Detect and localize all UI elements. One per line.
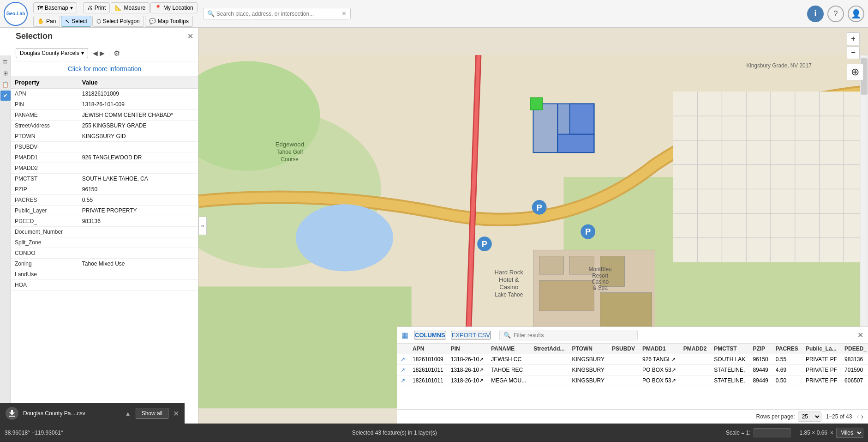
layer-dropdown[interactable]: Douglas County Parcels ▾ xyxy=(16,48,88,58)
basemap-button[interactable]: 🗺 Basemap ▾ xyxy=(33,2,77,13)
separator-1 xyxy=(80,1,80,15)
show-all-button[interactable]: Show all xyxy=(136,408,168,419)
filter-input[interactable] xyxy=(514,332,634,339)
sidebar-icon-strip: ☰ ⊞ 📋 ✔ xyxy=(0,55,11,442)
download-close-button[interactable]: ✕ xyxy=(173,409,179,418)
tooltip-icon: 💬 xyxy=(149,18,156,24)
results-col-header: PACRES xyxy=(772,344,802,354)
measure-button[interactable]: 📐 Measure xyxy=(111,2,150,13)
layer-dropdown-label: Douglas County Parcels xyxy=(20,50,79,56)
print-button[interactable]: 🖨 Print xyxy=(83,2,110,13)
row-link[interactable]: ↗ xyxy=(397,375,409,386)
zoom-out-button[interactable]: − xyxy=(847,46,860,59)
pan-button[interactable]: ✋ Pan xyxy=(33,16,60,27)
search-clear-icon[interactable]: ✕ xyxy=(341,10,347,17)
property-value xyxy=(78,237,198,248)
next-layer-button[interactable]: ▶ xyxy=(100,49,105,57)
map-area[interactable]: P P P Hard Rock Hotel & Casino Lake Taho… xyxy=(198,28,868,424)
sidebar-icon-menu[interactable]: ☰ xyxy=(0,57,11,67)
prev-page-button[interactable]: ‹ xyxy=(856,412,859,421)
results-col-header: StreetAdd... xyxy=(530,344,568,354)
svg-text:Tahoe Golf: Tahoe Golf xyxy=(276,149,303,155)
property-name: PMCTST xyxy=(11,174,78,184)
property-name: PMADD2 xyxy=(11,163,78,174)
row-cell: PRIVATE PF xyxy=(802,375,841,386)
sidebar-icon-table[interactable]: 📋 xyxy=(0,79,11,90)
row-cell: 89449 xyxy=(749,365,772,375)
results-col-header xyxy=(397,344,409,354)
dims-x: × xyxy=(830,430,833,436)
select-button[interactable]: ↖ Select xyxy=(61,16,91,27)
svg-rect-52 xyxy=(9,416,15,417)
selection-close-button[interactable]: ✕ xyxy=(187,32,193,41)
row-cell: 1826101011 xyxy=(409,365,447,375)
info-icon[interactable]: i xyxy=(807,6,824,22)
svg-text:Course: Course xyxy=(281,156,299,163)
svg-point-5 xyxy=(296,204,393,271)
results-close-button[interactable]: ✕ xyxy=(857,331,863,339)
sidebar-icon-layers[interactable]: ⊞ xyxy=(0,68,11,79)
layer-settings-button[interactable]: ⚙ xyxy=(114,49,120,58)
property-row: PSUBDV xyxy=(11,142,198,152)
property-row: Public_LayerPRIVATE PROPERTY xyxy=(11,206,198,216)
property-name: PACRES xyxy=(11,195,78,206)
results-table: APNPINPANAMEStreetAdd...PTOWNPSUBDVPMADD… xyxy=(397,344,868,386)
toolbar-row-top: 🗺 Basemap ▾ 🖨 Print 📐 Measure 📍 My Locat… xyxy=(33,1,198,15)
map-tooltips-button[interactable]: 💬 Map Tooltips xyxy=(145,16,193,27)
property-row: PTOWNKINGSBURY GID xyxy=(11,131,198,142)
property-value: 1318-26-101-009 xyxy=(78,99,198,110)
row-link[interactable]: ↗ xyxy=(397,354,409,365)
property-row: Split_Zone xyxy=(11,237,198,248)
map-controls: + − ⊕ xyxy=(847,32,863,80)
property-value: SOUTH LAKE TAHOE, CA xyxy=(78,174,198,184)
property-row: PMADD2 xyxy=(11,163,198,174)
selection-title: Selection xyxy=(16,31,53,41)
sidebar-icon-selection[interactable]: ✔ xyxy=(0,91,11,101)
collapse-panel-button[interactable]: « xyxy=(198,217,207,235)
rows-per-page-select[interactable]: 25 50 100 xyxy=(798,412,821,422)
scale-control: Scale = 1: 10713 xyxy=(726,428,790,437)
svg-text:Casino: Casino xyxy=(592,279,609,285)
row-cell xyxy=(530,375,568,386)
property-value: PRIVATE PROPERTY xyxy=(78,206,198,216)
separator-pipe: | xyxy=(109,50,111,57)
row-cell: KINGSBURY xyxy=(569,354,608,365)
results-col-header: PMADD2 xyxy=(680,344,711,354)
svg-rect-30 xyxy=(530,97,542,109)
select-polygon-button[interactable]: ⬡ Select Polygon xyxy=(92,16,144,27)
scale-input[interactable]: 10713 xyxy=(754,428,790,437)
property-name: Zoning xyxy=(11,259,78,269)
property-row: PANAMEJEWISH COMM CENTER CHABAD* xyxy=(11,110,198,121)
property-row: HOA xyxy=(11,280,198,291)
property-name: Document_Number xyxy=(11,227,78,237)
property-value: JEWISH COMM CENTER CHABAD* xyxy=(78,110,198,121)
prev-layer-button[interactable]: ◀ xyxy=(93,49,98,57)
results-table-wrap[interactable]: APNPINPANAMEStreetAdd...PTOWNPSUBDVPMADD… xyxy=(397,344,868,409)
results-col-header: PSUBDV xyxy=(608,344,639,354)
table-row: ↗18261010111318-26-10↗TAHOE RECKINGSBURY… xyxy=(397,365,868,375)
search-input[interactable] xyxy=(216,11,341,17)
row-link[interactable]: ↗ xyxy=(397,365,409,375)
property-name: PANAME xyxy=(11,110,78,121)
property-name: PDEED_ xyxy=(11,216,78,227)
help-icon[interactable]: ? xyxy=(827,6,844,22)
property-value xyxy=(78,248,198,259)
property-table: Property Value APN131826101009PIN1318-26… xyxy=(11,77,198,402)
property-name: StreetAddress xyxy=(11,121,78,131)
row-cell: 701590 xyxy=(841,365,868,375)
pan-control[interactable]: ⊕ xyxy=(847,64,863,80)
filter-icon: 🔍 xyxy=(503,332,511,339)
svg-text:P: P xyxy=(482,239,487,249)
zoom-in-button[interactable]: + xyxy=(847,32,860,45)
export-csv-button[interactable]: EXPORT CSV xyxy=(451,331,491,339)
results-col-header: PANAME xyxy=(487,344,530,354)
svg-rect-4 xyxy=(198,286,412,408)
my-location-button[interactable]: 📍 My Location xyxy=(150,2,198,13)
next-page-button[interactable]: › xyxy=(861,412,863,421)
columns-button[interactable]: COLUMNS xyxy=(414,331,446,339)
info-link[interactable]: Click for more information xyxy=(11,61,198,77)
row-cell: 1318-26-10↗ xyxy=(447,375,487,386)
user-icon[interactable]: 👤 xyxy=(848,6,864,22)
download-chevron-icon[interactable]: ▲ xyxy=(125,410,131,417)
unit-select[interactable]: Miles Km Feet xyxy=(836,428,863,438)
